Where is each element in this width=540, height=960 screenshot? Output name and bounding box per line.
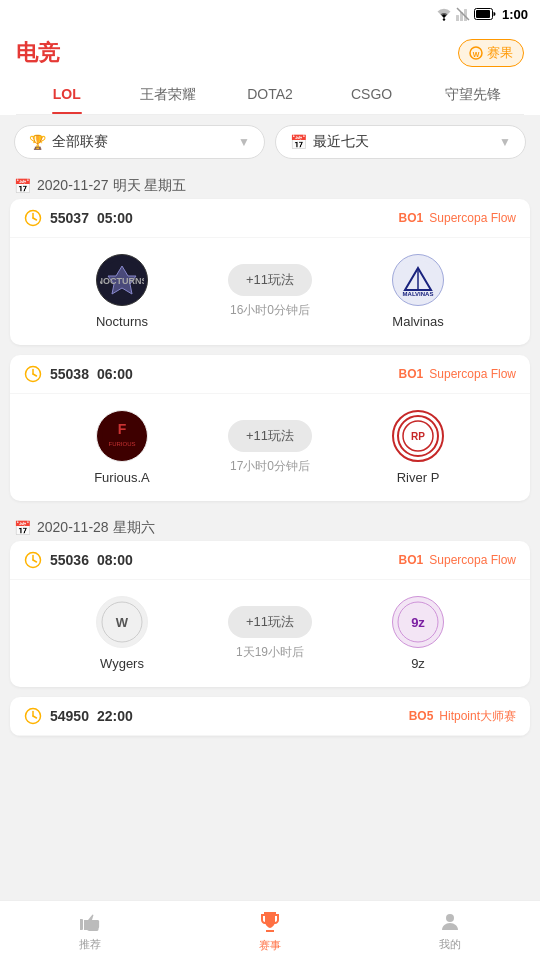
svg-line-30	[33, 560, 37, 562]
bo-tag-54950: BO5	[409, 709, 434, 723]
league-filter[interactable]: 🏆 全部联赛 ▼	[14, 125, 265, 159]
svg-line-21	[33, 374, 37, 376]
clock-icon-54950	[24, 707, 42, 725]
signal-icon	[456, 7, 470, 21]
league-dropdown-icon: ▼	[238, 135, 250, 149]
match-card-55037: 55037 05:00 BO1 Supercopa Flow NOCTURNS …	[10, 199, 530, 345]
team-logo-river: RP	[392, 410, 444, 462]
svg-text:W: W	[116, 615, 129, 630]
match-body-55036: W Wygers +11玩法 1天19小时后 9z 9z	[10, 580, 530, 687]
match-card-55036: 55036 08:00 BO1 Supercopa Flow W Wygers …	[10, 541, 530, 687]
date-label-nov27: 2020-11-27 明天 星期五	[37, 177, 186, 195]
date-filter-left: 📅 最近七天	[290, 133, 369, 151]
header-top: 电竞 W 赛果	[16, 38, 524, 76]
svg-line-37	[33, 716, 37, 718]
nav-label-mine: 我的	[439, 937, 461, 952]
team-logo-malvinas: MALVINAS	[392, 254, 444, 306]
nocturns-logo: NOCTURNS	[100, 258, 144, 302]
play-btn-55038[interactable]: +11玩法	[228, 420, 312, 452]
match-header-54950: 54950 22:00 BO5 Hitpoint大师赛	[10, 697, 530, 736]
league-filter-label: 全部联赛	[52, 133, 108, 151]
status-bar: 1:00	[0, 0, 540, 28]
bo-tag-55038: BO1	[399, 367, 424, 381]
result-button[interactable]: W 赛果	[458, 39, 524, 67]
match-tags-55037: BO1 Supercopa Flow	[399, 211, 516, 225]
league-tag-55037: Supercopa Flow	[429, 211, 516, 225]
svg-text:W: W	[473, 51, 480, 58]
date-cal-icon-nov27: 📅	[14, 178, 31, 194]
nav-item-recommend[interactable]: 推荐	[0, 910, 180, 952]
middle-55036: +11玩法 1天19小时后	[228, 606, 312, 661]
match-id-55038: 55038	[50, 366, 89, 382]
svg-text:MALVINAS: MALVINAS	[403, 291, 434, 297]
result-icon: W	[469, 46, 483, 60]
user-icon	[438, 910, 462, 934]
bo-tag-55037: BO1	[399, 211, 424, 225]
nav-item-mine[interactable]: 我的	[360, 910, 540, 952]
team-name-wygers: Wygers	[100, 656, 144, 671]
team-name-river: River P	[397, 470, 440, 485]
date-filter[interactable]: 📅 最近七天 ▼	[275, 125, 526, 159]
svg-text:NOCTURNS: NOCTURNS	[100, 276, 144, 286]
tab-szqf[interactable]: 守望先锋	[422, 76, 524, 114]
countdown-55037: 16小时0分钟后	[230, 302, 310, 319]
clock-icon-55037	[24, 209, 42, 227]
malvinas-logo: MALVINAS	[396, 258, 440, 302]
nav-item-events[interactable]: 赛事	[180, 909, 360, 953]
river-logo: RP	[396, 414, 440, 458]
svg-point-38	[446, 914, 454, 922]
match-card-55038: 55038 06:00 BO1 Supercopa Flow F FURIOUS…	[10, 355, 530, 501]
nav-label-events: 赛事	[259, 938, 281, 953]
league-filter-left: 🏆 全部联赛	[29, 133, 108, 151]
svg-rect-1	[456, 15, 459, 21]
svg-text:FURIOUS: FURIOUS	[108, 441, 135, 447]
match-header-55037: 55037 05:00 BO1 Supercopa Flow	[10, 199, 530, 238]
team-logo-nocturns: NOCTURNS	[96, 254, 148, 306]
bo-tag-55036: BO1	[399, 553, 424, 567]
tab-lol[interactable]: LOL	[16, 76, 118, 114]
status-time: 1:00	[502, 7, 528, 22]
match-card-54950: 54950 22:00 BO5 Hitpoint大师赛	[10, 697, 530, 736]
nav-label-recommend: 推荐	[79, 937, 101, 952]
countdown-55038: 17小时0分钟后	[230, 458, 310, 475]
status-icons	[436, 7, 496, 21]
match-time-55036: 08:00	[97, 552, 133, 568]
svg-text:9z: 9z	[411, 615, 425, 630]
team-b-55037: MALVINAS Malvinas	[320, 254, 516, 329]
tab-csgo[interactable]: CSGO	[321, 76, 423, 114]
team-name-furious: Furious.A	[94, 470, 150, 485]
content-area: 🏆 全部联赛 ▼ 📅 最近七天 ▼ 📅 2020-11-27 明天 星期五 55…	[0, 115, 540, 816]
match-time-54950: 22:00	[97, 708, 133, 724]
tab-wzry[interactable]: 王者荣耀	[118, 76, 220, 114]
match-body-55038: F FURIOUS Furious.A +11玩法 17小时0分钟后 RP	[10, 394, 530, 501]
league-tag-54950: Hitpoint大师赛	[439, 708, 516, 725]
bottom-nav: 推荐 赛事 我的	[0, 900, 540, 960]
app-title: 电竞	[16, 38, 60, 68]
date-dropdown-icon: ▼	[499, 135, 511, 149]
match-body-55037: NOCTURNS Nocturns +11玩法 16小时0分钟后 MALVINA…	[10, 238, 530, 345]
team-a-55036: W Wygers	[24, 596, 220, 671]
team-a-55038: F FURIOUS Furious.A	[24, 410, 220, 485]
match-tags-54950: BO5 Hitpoint大师赛	[409, 708, 516, 725]
date-section-nov28: 📅 2020-11-28 星期六	[0, 511, 540, 541]
date-cal-icon-nov28: 📅	[14, 520, 31, 536]
date-section-nov27: 📅 2020-11-27 明天 星期五	[0, 169, 540, 199]
result-label: 赛果	[487, 44, 513, 62]
middle-55037: +11玩法 16小时0分钟后	[228, 264, 312, 319]
match-tags-55038: BO1 Supercopa Flow	[399, 367, 516, 381]
play-btn-55036[interactable]: +11玩法	[228, 606, 312, 638]
svg-text:F: F	[118, 421, 127, 437]
countdown-55036: 1天19小时后	[236, 644, 304, 661]
tab-dota2[interactable]: DOTA2	[219, 76, 321, 114]
tabs-container: LOL 王者荣耀 DOTA2 CSGO 守望先锋	[16, 76, 524, 115]
trophy-icon: 🏆	[29, 134, 46, 150]
match-id-55037: 55037	[50, 210, 89, 226]
play-btn-55037[interactable]: +11玩法	[228, 264, 312, 296]
clock-icon-55038	[24, 365, 42, 383]
match-header-55038: 55038 06:00 BO1 Supercopa Flow	[10, 355, 530, 394]
9z-logo: 9z	[396, 600, 440, 644]
wygers-logo: W	[100, 600, 144, 644]
clock-icon-55036	[24, 551, 42, 569]
team-logo-wygers: W	[96, 596, 148, 648]
svg-rect-6	[476, 10, 490, 18]
